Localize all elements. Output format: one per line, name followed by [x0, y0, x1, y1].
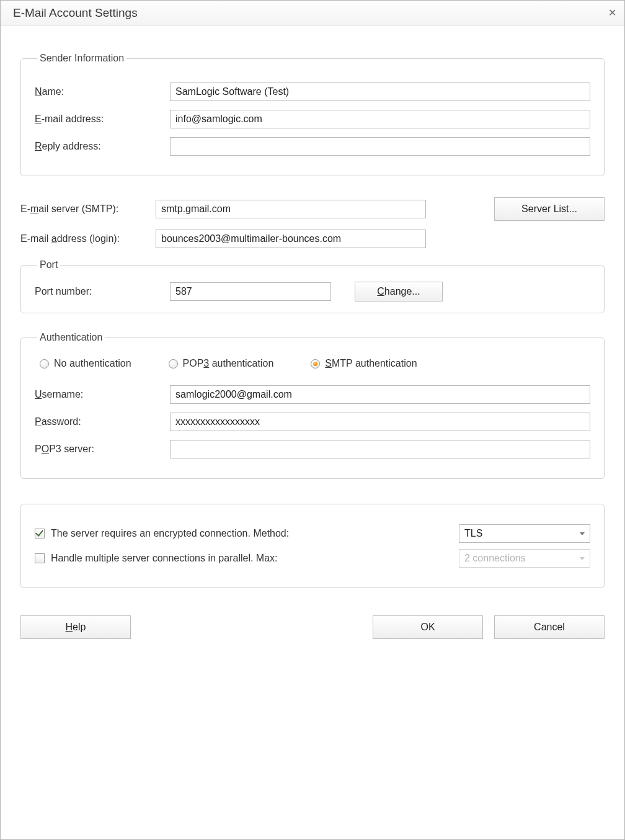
- label-smtp-server: E-mail server (SMTP):: [20, 203, 148, 215]
- titlebar: E-Mail Account Settings ✕: [1, 1, 624, 25]
- input-password[interactable]: [170, 413, 590, 431]
- row-pop3-server: POP3 server:: [35, 440, 590, 458]
- footer-buttons: Help OK Cancel: [20, 615, 605, 639]
- row-reply: Reply address:: [35, 137, 590, 156]
- row-port: Port number: Change...: [35, 282, 590, 302]
- row-username: Username:: [35, 385, 590, 404]
- input-email[interactable]: [170, 110, 590, 128]
- label-encrypted: The server requires an encrypted connect…: [51, 528, 453, 539]
- label-email: E-mail address:: [35, 114, 162, 125]
- input-reply[interactable]: [170, 137, 590, 156]
- server-list-button[interactable]: Server List...: [494, 197, 605, 221]
- select-parallel-max: 2 connections: [459, 549, 590, 568]
- row-name: Name:: [35, 83, 590, 101]
- row-email: E-mail address:: [35, 110, 590, 128]
- dialog-window: E-Mail Account Settings ✕ Sender Informa…: [0, 0, 625, 840]
- group-authentication: Authentication No authentication POP3 au…: [20, 332, 605, 479]
- help-button[interactable]: Help: [20, 615, 131, 639]
- label-pop3-server: POP3 server:: [35, 444, 162, 455]
- input-pop3-server[interactable]: [170, 440, 590, 458]
- label-parallel: Handle multiple server connections in pa…: [51, 553, 453, 564]
- radio-icon: [40, 359, 49, 369]
- input-username[interactable]: [170, 385, 590, 404]
- close-icon[interactable]: ✕: [605, 6, 619, 20]
- legend-authentication: Authentication: [37, 332, 105, 343]
- input-smtp-server[interactable]: [156, 200, 426, 218]
- content: Sender Information Name: E-mail address:…: [1, 25, 624, 645]
- input-name[interactable]: [170, 83, 590, 101]
- radio-icon: [169, 359, 178, 369]
- chevron-down-icon: [580, 557, 585, 560]
- ok-button[interactable]: OK: [373, 615, 483, 639]
- select-value: 2 connections: [464, 553, 526, 564]
- label-password: Password:: [35, 416, 162, 427]
- checkbox-parallel[interactable]: [35, 553, 45, 563]
- server-section: E-mail server (SMTP): Server List... E-m…: [20, 197, 605, 248]
- row-login-email: E-mail address (login):: [20, 230, 605, 248]
- label-reply: Reply address:: [35, 141, 162, 152]
- input-login-email[interactable]: [156, 230, 426, 248]
- group-sender-information: Sender Information Name: E-mail address:…: [20, 53, 605, 176]
- select-encryption-method[interactable]: TLS: [459, 524, 590, 543]
- label-login-email: E-mail address (login):: [20, 233, 148, 244]
- label-username: Username:: [35, 389, 162, 400]
- legend-port: Port: [37, 259, 60, 270]
- row-parallel-connections: Handle multiple server connections in pa…: [35, 549, 590, 568]
- legend-sender-information: Sender Information: [37, 53, 126, 64]
- select-value: TLS: [464, 528, 482, 539]
- radio-icon: [311, 359, 320, 369]
- label-name: Name:: [35, 86, 162, 97]
- radio-pop3-auth[interactable]: POP3 authentication: [169, 358, 274, 369]
- input-port: [170, 282, 331, 301]
- dialog-title: E-Mail Account Settings: [13, 6, 138, 20]
- checkbox-encrypted[interactable]: [35, 529, 45, 538]
- chevron-down-icon: [580, 532, 585, 535]
- group-port: Port Port number: Change...: [20, 259, 605, 313]
- row-password: Password:: [35, 413, 590, 431]
- auth-radio-row: No authentication POP3 authentication SM…: [40, 358, 590, 369]
- panel-connection-options: The server requires an encrypted connect…: [20, 504, 605, 588]
- row-encrypted-connection: The server requires an encrypted connect…: [35, 524, 590, 543]
- radio-smtp-auth[interactable]: SMTP authentication: [311, 358, 417, 369]
- cancel-button[interactable]: Cancel: [494, 615, 605, 639]
- label-port: Port number:: [35, 286, 162, 297]
- radio-no-auth[interactable]: No authentication: [40, 358, 131, 369]
- change-port-button[interactable]: Change...: [355, 282, 443, 302]
- row-smtp-server: E-mail server (SMTP): Server List...: [20, 197, 605, 221]
